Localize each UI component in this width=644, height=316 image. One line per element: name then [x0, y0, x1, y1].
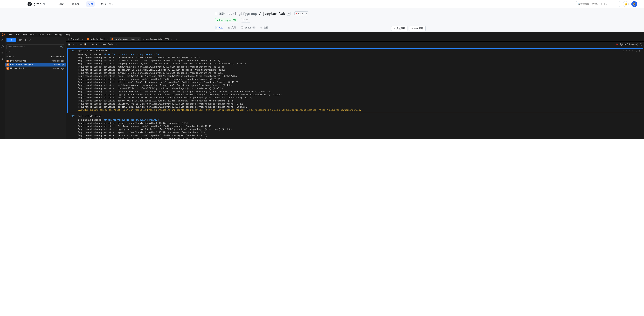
restart-icon[interactable]: ⟳: [99, 43, 100, 45]
file-row[interactable]: transformers-phi2.ipynb1 minute ago: [5, 63, 66, 66]
insert-cell-icon[interactable]: ＋: [72, 43, 75, 46]
doc-tab[interactable]: $_Terminal 1×: [66, 37, 86, 41]
avatar-icon: 🐧: [632, 2, 636, 6]
crumb-app-name[interactable]: jupyter lab: [263, 11, 285, 16]
file-row[interactable]: Untitled1.ipynb22 minutes ago: [5, 66, 66, 70]
nav-datasets[interactable]: 数据集: [70, 1, 81, 7]
close-icon[interactable]: ×: [138, 38, 139, 41]
duplicate-cell-icon[interactable]: ⧉: [623, 50, 624, 52]
tab-issues[interactable]: ⓘIssues0: [241, 26, 256, 31]
close-icon[interactable]: ×: [82, 38, 84, 40]
app-tabs: 📄App 🗀文件 ⓘIssues0 ⚙设置 ⇩克隆应用 ⑂Fork 应用: [215, 25, 426, 32]
menu-run[interactable]: Run: [30, 33, 34, 36]
run-all-icon[interactable]: ▶▶: [103, 43, 106, 45]
cell-input[interactable]: !pip install transformers: [78, 50, 642, 52]
cell-input[interactable]: !pip install torch: [78, 115, 642, 118]
file-row[interactable]: pypi-mirror.ipynb8 minutes ago: [5, 59, 66, 63]
site-header-right: 🔍 🔔 🐧: [576, 1, 637, 7]
activity-files-icon[interactable]: 🗀: [1, 38, 4, 41]
notebook-cell[interactable]: [10]:⧉↑↓⤒⤓🗑!pip install transformersLook…: [67, 48, 643, 113]
output-warning: WARNING: Running pip as the 'root' user …: [78, 109, 361, 111]
jlab-main: $_Terminal 1×pypi-mirror.ipynb×transform…: [66, 37, 644, 139]
crumb-owner[interactable]: stringifygroup: [228, 11, 257, 16]
delete-cell-icon[interactable]: 🗑: [639, 50, 641, 52]
doc-tab[interactable]: transformers-phi2.ipynb×: [110, 37, 141, 41]
save-icon[interactable]: 💾: [68, 43, 70, 45]
global-search[interactable]: 🔍: [576, 1, 620, 7]
paste-icon[interactable]: 📋: [84, 43, 86, 45]
fork-label: Fork 应用: [414, 27, 423, 30]
debugger-icon[interactable]: 🐞: [616, 43, 618, 45]
cut-icon[interactable]: ✂: [77, 43, 78, 45]
refresh-icon[interactable]: ⟳: [29, 38, 31, 41]
menu-edit[interactable]: Edit: [16, 33, 19, 36]
cell-type-select[interactable]: Code⌄: [108, 43, 118, 45]
logs-button[interactable]: 日志: [241, 18, 250, 23]
doc-tab[interactable]: pypi-mirror.ipynb×: [86, 37, 110, 41]
activity-extensions-icon[interactable]: ✱: [1, 58, 4, 61]
file-filter[interactable]: 🔍: [6, 44, 64, 49]
clone-app-button[interactable]: ⇩克隆应用: [391, 26, 408, 31]
user-avatar[interactable]: 🐧: [631, 1, 637, 7]
terminal-icon: $_: [142, 38, 144, 40]
doc-tab[interactable]: $_root@apps-a0utiyhq-0000×: [141, 37, 174, 41]
like-pill: ♥like 1: [294, 11, 308, 16]
crumb-sep: /: [259, 11, 261, 16]
col-name[interactable]: Name▲: [6, 55, 44, 58]
fb-breadcrumb[interactable]: 🗀 /: [5, 50, 66, 54]
notebook-cell[interactable]: [11]:!pip install torchLooking in indexe…: [67, 114, 643, 139]
like-button[interactable]: ♥like: [294, 12, 304, 15]
kernel-name[interactable]: Python 3 (ipykernel): [620, 43, 638, 45]
new-tab-button[interactable]: ＋: [174, 37, 179, 41]
activity-running-icon[interactable]: ◯: [1, 45, 4, 48]
menu-view[interactable]: View: [22, 33, 27, 36]
menu-file[interactable]: File: [9, 33, 12, 36]
insert-above-icon[interactable]: ⤒: [632, 50, 634, 52]
cell-prompt: [10]:: [68, 49, 78, 113]
move-down-icon[interactable]: ↓: [629, 50, 630, 52]
site-logo[interactable]: gitee AI: [27, 2, 45, 6]
nav-models[interactable]: 模型: [57, 1, 66, 7]
chevron-down-icon: ⌄: [116, 43, 118, 45]
status-dot-icon: ✱: [217, 19, 218, 21]
stop-icon[interactable]: ■: [96, 43, 97, 45]
notebook-area[interactable]: [10]:⧉↑↓⤒⤓🗑!pip install transformersLook…: [66, 47, 644, 139]
nav-apps[interactable]: 应用: [86, 1, 94, 7]
file-modified: 8 minutes ago: [44, 60, 64, 62]
run-icon[interactable]: ▶: [92, 43, 94, 45]
close-icon[interactable]: ×: [107, 38, 108, 40]
nav-solutions[interactable]: 解决方案 ⌄: [100, 1, 115, 7]
site-header: gitee AI 模型 数据集 应用 解决方案 ⌄ 🔍 🔔 🐧: [0, 0, 644, 8]
insert-below-icon[interactable]: ⤓: [635, 50, 637, 52]
menu-help[interactable]: Help: [66, 33, 70, 36]
doc-tab-label: root@apps-a0utiyhq-0000: [146, 38, 170, 40]
copy-name-button[interactable]: ⧉: [287, 12, 291, 15]
file-icon: 📄: [215, 26, 218, 29]
menu-tabs[interactable]: Tabs: [47, 33, 52, 36]
new-folder-icon[interactable]: 🗀⁺: [19, 38, 22, 41]
fork-icon: ⑂: [412, 27, 413, 30]
copy-icon[interactable]: ⧉: [80, 43, 82, 45]
tab-app[interactable]: 📄App: [215, 26, 224, 31]
upload-icon[interactable]: ⤒: [24, 38, 26, 41]
tab-files[interactable]: 🗀文件: [228, 26, 236, 31]
file-filter-input[interactable]: [8, 45, 60, 48]
menu-kernel[interactable]: Kernel: [38, 33, 44, 36]
kernel-status-icon[interactable]: [640, 43, 642, 45]
notebook-icon: [6, 63, 9, 66]
activity-toc-icon[interactable]: ≣: [1, 51, 4, 54]
file-browser: ＋ 🗀⁺ ⤒ ⟳ 🔍 🗀 / Name▲ Last Modified pypi-…: [5, 37, 66, 139]
menu-settings[interactable]: Settings: [55, 33, 63, 36]
close-icon[interactable]: ×: [171, 38, 172, 40]
move-up-icon[interactable]: ↑: [626, 50, 627, 52]
fork-app-button[interactable]: ⑂Fork 应用: [409, 26, 426, 31]
output-link[interactable]: https://mirrors.ustc.edu.cn/pypi/web/sim…: [104, 53, 159, 56]
sort-asc-icon: ▲: [13, 56, 14, 58]
tab-settings[interactable]: ⚙设置: [260, 26, 268, 31]
new-launcher-button[interactable]: ＋: [6, 38, 16, 42]
fb-columns-header[interactable]: Name▲ Last Modified: [5, 54, 66, 59]
col-modified[interactable]: Last Modified: [44, 55, 64, 58]
global-search-input[interactable]: [580, 3, 618, 5]
notifications-button[interactable]: 🔔: [623, 1, 629, 7]
output-link[interactable]: https://mirrors.ustc.edu.cn/pypi/web/sim…: [104, 119, 159, 121]
